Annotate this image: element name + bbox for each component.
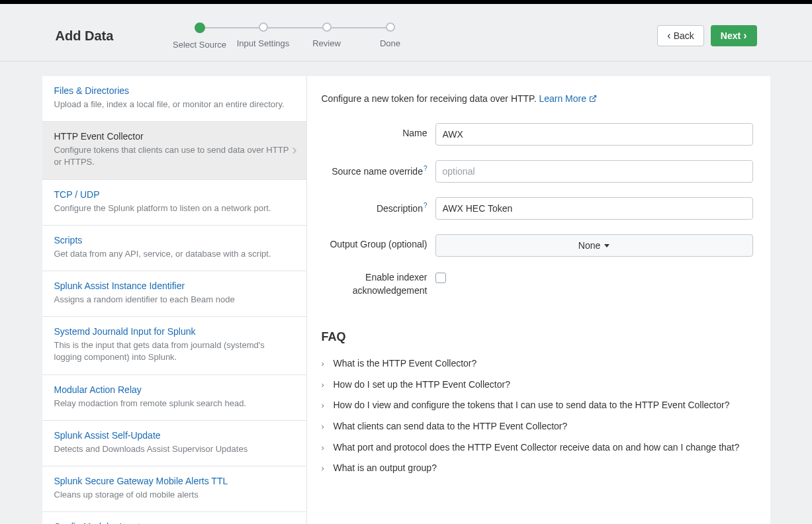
source-sidebar: Files & DirectoriesUpload a file, index …: [42, 76, 307, 524]
source-item-desc: Relay modaction from remote splunk searc…: [54, 398, 294, 410]
help-icon[interactable]: ?: [424, 165, 428, 172]
source-item-title: Scripts: [54, 235, 294, 245]
source-item-modular-action-relay[interactable]: Modular Action RelayRelay modaction from…: [42, 375, 306, 421]
source-item-title: Files & Directories: [54, 85, 294, 96]
step-circle-icon: [259, 22, 268, 32]
step-input-settings: Input Settings: [232, 22, 295, 48]
external-link-icon: [589, 94, 597, 105]
source-item-title: Modular Action Relay: [54, 384, 294, 395]
page-header: Add Data Select SourceInput SettingsRevi…: [0, 4, 812, 62]
learn-more-label: Learn More: [539, 93, 586, 104]
faq-question: How do I view and configure the tokens t…: [334, 399, 730, 412]
content: Files & DirectoriesUpload a file, index …: [42, 76, 770, 524]
source-item-title: Systemd Journald Input for Splunk: [54, 326, 294, 337]
source-override-input[interactable]: [435, 160, 753, 183]
chevron-right-icon: ›: [322, 379, 328, 391]
next-button-label: Next: [721, 30, 741, 41]
help-icon[interactable]: ?: [424, 202, 428, 209]
source-item-desc: Assigns a random identifier to each Beam…: [54, 294, 294, 306]
faq-question: What port and protocol does the HTTP Eve…: [334, 441, 740, 455]
caret-down-icon: [604, 244, 609, 247]
step-label: Input Settings: [237, 38, 290, 48]
faq-item[interactable]: ›How do I view and configure the tokens …: [322, 395, 753, 416]
step-done: Done: [359, 22, 422, 48]
step-review: Review: [295, 22, 359, 48]
faq-title: FAQ: [322, 330, 753, 344]
step-line: [200, 27, 263, 28]
chevron-left-icon: [667, 30, 670, 41]
back-button-label: Back: [674, 30, 694, 41]
source-item-scripts[interactable]: ScriptsGet data from any API, service, o…: [42, 226, 306, 271]
source-item-desc: Get data from any API, service, or datab…: [54, 248, 294, 260]
learn-more-link[interactable]: Learn More: [539, 93, 596, 104]
step-circle-icon: [386, 22, 395, 32]
source-item-title: Splunk Secure Gateway Mobile Alerts TTL: [54, 476, 294, 486]
wizard-stepper: Select SourceInput SettingsReviewDone: [168, 22, 422, 50]
faq-question: What is the HTTP Event Collector?: [334, 357, 477, 371]
main-panel: Configure a new token for receiving data…: [307, 76, 770, 524]
step-line: [263, 27, 327, 28]
source-item-http-event-collector[interactable]: HTTP Event CollectorConfigure tokens tha…: [42, 122, 306, 179]
source-item-desc: Upload a file, index a local file, or mo…: [54, 99, 294, 110]
source-item-desc: Detects and Downloads Assist Supervisor …: [54, 443, 294, 455]
faq-item[interactable]: ›What port and protocol does the HTTP Ev…: [322, 437, 753, 459]
output-group-dropdown[interactable]: None: [435, 234, 753, 257]
chevron-right-icon: ›: [322, 421, 328, 433]
faq-question: What is an output group?: [334, 462, 437, 475]
description-input[interactable]: [435, 197, 753, 220]
back-button[interactable]: Back: [657, 25, 703, 46]
source-item-files-directories[interactable]: Files & DirectoriesUpload a file, index …: [42, 76, 306, 122]
faq-item[interactable]: ›What clients can send data to the HTTP …: [322, 416, 753, 437]
source-item-splunk-assist-instance-identifier[interactable]: Splunk Assist Instance IdentifierAssigns…: [42, 271, 306, 317]
source-item-splunk-assist-self-update[interactable]: Splunk Assist Self-UpdateDetects and Dow…: [42, 421, 306, 466]
source-item-title: HTTP Event Collector: [54, 131, 294, 142]
output-group-value: None: [578, 240, 600, 251]
faq-section: FAQ ›What is the HTTP Event Collector?›H…: [322, 330, 753, 479]
chevron-right-icon: ›: [322, 358, 328, 370]
source-item-tcp-udp[interactable]: TCP / UDPConfigure the Splunk platform t…: [42, 180, 306, 226]
step-circle-icon: [322, 22, 332, 32]
name-input[interactable]: [435, 123, 753, 146]
faq-item[interactable]: ›How do I set up the HTTP Event Collecto…: [322, 374, 753, 396]
svg-line-0: [592, 96, 596, 100]
step-line: [327, 27, 390, 28]
indexer-ack-checkbox[interactable]: [435, 273, 446, 283]
source-item-config-modular-input[interactable]: Config Modular InputInitializes the Conf…: [42, 512, 306, 524]
faq-question: How do I set up the HTTP Event Collector…: [334, 378, 510, 392]
name-label: Name: [322, 123, 428, 138]
chevron-right-icon: ›: [322, 462, 328, 474]
source-item-title: TCP / UDP: [54, 189, 294, 200]
output-group-label: Output Group (optional): [322, 234, 428, 249]
source-item-splunk-secure-gateway-mobile-alerts-ttl[interactable]: Splunk Secure Gateway Mobile Alerts TTLC…: [42, 466, 306, 512]
source-item-title: Splunk Assist Instance Identifier: [54, 281, 294, 291]
faq-item[interactable]: ›What is the HTTP Event Collector?: [322, 353, 753, 374]
source-item-desc: This is the input that gets data from jo…: [54, 339, 294, 363]
source-item-desc: Configure the Splunk platform to listen …: [54, 202, 294, 214]
description-label: Description?: [322, 197, 428, 214]
source-item-title: Config Modular Input: [54, 521, 294, 524]
intro-text-content: Configure a new token for receiving data…: [322, 93, 539, 104]
chevron-right-icon: [743, 30, 746, 41]
source-item-systemd-journald-input-for-splunk[interactable]: Systemd Journald Input for SplunkThis is…: [42, 317, 306, 374]
step-circle-icon: [195, 22, 205, 33]
source-item-desc: Cleans up storage of old mobile alerts: [54, 489, 294, 501]
intro-text: Configure a new token for receiving data…: [322, 93, 753, 105]
step-select-source: Select Source: [168, 22, 232, 50]
chevron-right-icon: ›: [322, 400, 328, 412]
source-item-title: Splunk Assist Self-Update: [54, 430, 294, 441]
source-override-label: Source name override?: [322, 160, 428, 177]
indexer-ack-label: Enable indexer acknowledgement: [322, 271, 428, 297]
step-label: Review: [312, 38, 341, 48]
chevron-right-icon: ›: [322, 442, 328, 454]
faq-list: ›What is the HTTP Event Collector?›How d…: [322, 353, 753, 479]
faq-item[interactable]: ›What is an output group?: [322, 458, 753, 479]
page-title: Add Data: [56, 28, 142, 44]
next-button[interactable]: Next: [711, 25, 757, 46]
source-item-desc: Configure tokens that clients can use to…: [54, 144, 294, 168]
step-label: Done: [380, 38, 400, 48]
step-label: Select Source: [173, 40, 226, 50]
faq-question: What clients can send data to the HTTP E…: [334, 420, 568, 433]
